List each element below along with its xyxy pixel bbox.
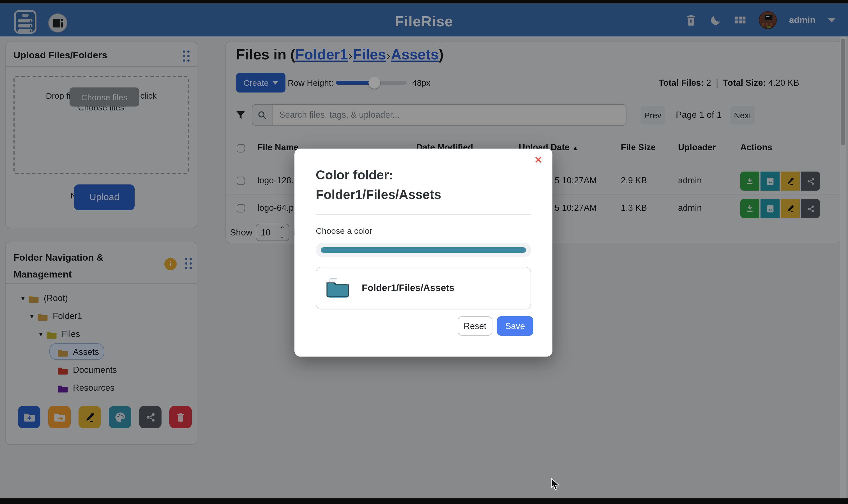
close-icon[interactable]: ✕ xyxy=(534,154,543,166)
reset-button[interactable]: Reset xyxy=(458,316,492,336)
color-picker-strip[interactable] xyxy=(316,243,531,257)
color-folder-modal: ✕ Color folder: Folder1/Files/Assets Cho… xyxy=(295,148,552,357)
save-button[interactable]: Save xyxy=(497,316,533,336)
mouse-cursor xyxy=(551,478,560,491)
divider xyxy=(316,214,531,215)
color-swatch[interactable] xyxy=(321,247,526,253)
folder-preview-card: Folder1/Files/Assets xyxy=(316,267,531,309)
open-folder-icon xyxy=(326,277,351,299)
folder-path-label: Folder1/Files/Assets xyxy=(362,283,455,294)
modal-title: Color folder: Folder1/Files/Assets xyxy=(316,165,441,204)
choose-color-label: Choose a color xyxy=(316,226,372,235)
app-screen: FileRise admin Upload Files/Fol xyxy=(0,0,848,504)
